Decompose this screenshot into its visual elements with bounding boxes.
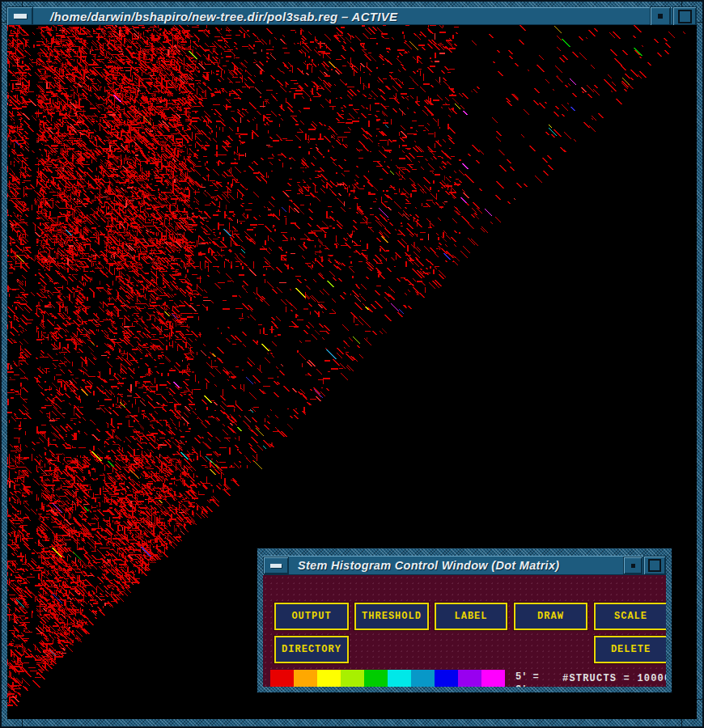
iconify-button[interactable] [624,557,642,574]
window-menu-icon [14,14,27,19]
delete-button[interactable]: DELETE [594,636,666,663]
control-panel: OUTPUT THRESHOLD LABEL DRAW SCALE DIRECT… [263,575,666,687]
window-frame-right[interactable] [697,2,702,726]
window-frame-top[interactable] [2,2,702,7]
iconify-icon [658,14,663,19]
frame-corner-notch [681,719,682,726]
frame-corner-notch [22,719,23,726]
window-frame-bottom[interactable] [2,719,702,726]
maximize-button[interactable] [673,7,696,25]
color-swatch [388,670,411,687]
main-titlebar[interactable]: /home/darwin/bshapiro/new-tree.dir/pol3s… [7,7,697,25]
scale-button[interactable]: SCALE [594,603,666,630]
frame-corner-notch [697,22,702,23]
color-swatch [411,670,435,687]
window-menu-icon [270,564,282,568]
three-prime-label: 3' = [515,684,539,687]
frame-corner-notch [697,699,702,700]
maximize-button[interactable] [644,557,665,574]
maximize-icon [648,559,661,572]
structs-count-label: #STRUCTS = 10000 [562,673,666,684]
color-scale-bar [270,670,505,687]
frame-corner-notch [22,2,23,7]
label-button[interactable]: LABEL [435,603,507,630]
window-frame-left[interactable] [2,2,7,726]
window-menu-button[interactable] [264,557,288,574]
control-window: Stem Histogram Control Window (Dot Matri… [257,548,672,692]
main-window: /home/darwin/bshapiro/new-tree.dir/pol3s… [0,0,704,728]
color-swatch [458,670,481,687]
color-swatch [341,670,364,687]
control-window-title: Stem Histogram Control Window (Dot Matri… [288,559,624,572]
color-swatch [294,670,317,687]
frame-corner-notch [2,699,7,700]
iconify-icon [631,564,635,568]
color-swatch [364,670,388,687]
iconify-button[interactable] [651,7,670,25]
frame-corner-notch [2,22,7,23]
output-button[interactable]: OUTPUT [274,603,349,630]
five-prime-label: 5' = [515,671,539,683]
color-swatch [317,670,341,687]
draw-button[interactable]: DRAW [514,603,587,630]
color-swatch [435,670,458,687]
directory-button[interactable]: DIRECTORY [274,636,349,663]
color-swatch [270,670,294,687]
window-menu-button[interactable] [7,7,32,25]
main-window-title: /home/darwin/bshapiro/new-tree.dir/pol3s… [32,10,651,23]
color-swatch [481,670,505,687]
control-titlebar[interactable]: Stem Histogram Control Window (Dot Matri… [263,556,666,575]
frame-corner-notch [681,2,682,7]
maximize-icon [678,10,692,23]
threshold-button[interactable]: THRESHOLD [354,603,429,630]
